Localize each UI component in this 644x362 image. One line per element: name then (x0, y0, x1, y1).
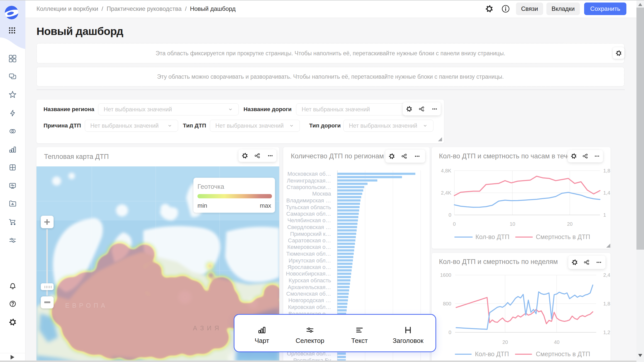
svg-text:Ставропольски…: Ставропольски… (287, 184, 331, 190)
svg-text:10: 10 (510, 221, 515, 227)
svg-text:Новосибирская…: Новосибирская… (286, 270, 331, 277)
svg-text:1: 1 (603, 212, 606, 218)
svg-text:ЕВРОПА: ЕВРОПА (65, 302, 108, 309)
svg-text:0: 0 (449, 212, 451, 218)
svg-text:Кировская обл…: Кировская обл… (288, 304, 331, 310)
svg-text:1,8: 1,8 (603, 168, 610, 173)
svg-text:Приморский к…: Приморский к… (290, 231, 331, 237)
svg-text:Иркутская обл…: Иркутская обл… (289, 257, 331, 264)
svg-text:Ярославская о…: Ярославская о… (288, 264, 331, 270)
svg-text:Кемеровская о…: Кемеровская о… (287, 244, 331, 250)
svg-text:20: 20 (502, 339, 508, 345)
svg-text:1,4: 1,4 (603, 190, 610, 196)
svg-text:Свердловская …: Свердловская … (287, 224, 331, 230)
svg-text:40: 40 (554, 339, 559, 345)
svg-text:0: 0 (453, 221, 456, 227)
svg-text:800: 800 (443, 301, 451, 306)
svg-text:1,2: 1,2 (603, 330, 610, 335)
svg-text:0: 0 (449, 330, 451, 335)
svg-text:АЗИЯ: АЗИЯ (193, 325, 222, 332)
svg-text:2,4: 2,4 (603, 272, 610, 278)
svg-text:20: 20 (567, 221, 573, 227)
svg-text:Смоленская об…: Смоленская об… (286, 291, 331, 297)
svg-text:Владимирская …: Владимирская … (286, 197, 331, 204)
svg-text:Тюменская обл…: Тюменская обл… (286, 251, 331, 257)
svg-text:2,4K: 2,4K (441, 190, 452, 196)
svg-text:1,8: 1,8 (603, 301, 610, 306)
svg-text:Москва: Москва (312, 191, 331, 197)
svg-text:Новгородская …: Новгородская … (288, 297, 331, 303)
svg-text:Ленинградская…: Ленинградская… (287, 177, 331, 184)
svg-text:Московская об…: Московская об… (287, 171, 331, 177)
svg-text:4,8K: 4,8K (441, 168, 452, 173)
svg-text:1600: 1600 (440, 272, 452, 278)
svg-text:Самарская обл…: Самарская обл… (286, 211, 331, 217)
svg-text:Челябинская о…: Челябинская о… (287, 217, 331, 223)
svg-text:Архангельская…: Архангельская… (288, 284, 331, 290)
svg-text:Тульская область: Тульская область (286, 204, 331, 210)
svg-text:Курская область: Курская область (289, 277, 331, 284)
svg-text:Саратовская о…: Саратовская о… (288, 237, 331, 244)
